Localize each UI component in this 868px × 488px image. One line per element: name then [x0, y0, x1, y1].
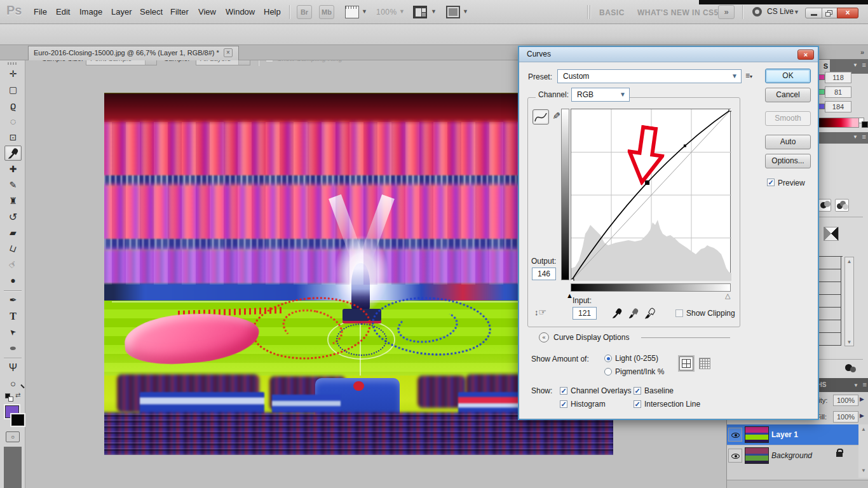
quick-select-tool[interactable]: ◌ — [4, 114, 22, 130]
preset-dropdown[interactable]: Custom▼ — [557, 69, 742, 83]
visibility-toggle[interactable] — [728, 428, 742, 442]
pencil-mode-icon[interactable]: ✎ — [550, 112, 562, 120]
history-brush-tool[interactable]: ↺ — [4, 210, 22, 225]
simple-grid-button[interactable] — [679, 356, 693, 370]
curve-mode-button[interactable] — [532, 109, 549, 125]
panel-menu-icon[interactable]: ≡ — [862, 133, 866, 140]
smooth-button[interactable]: Smooth — [765, 111, 811, 126]
preset-row[interactable] — [818, 269, 841, 282]
scrollbar[interactable]: ▲▼ — [844, 257, 854, 346]
layer-thumbnail[interactable] — [745, 447, 769, 464]
fine-grid-button[interactable] — [699, 358, 710, 369]
menu-image[interactable]: Image — [79, 7, 102, 18]
black-swatch[interactable] — [862, 121, 868, 128]
opacity-arrow-icon[interactable]: ▶ — [860, 396, 864, 402]
cs-live-label[interactable]: CS Live — [767, 7, 794, 18]
paint-bucket-tool[interactable]: ⊔ — [4, 241, 22, 257]
curve-graph[interactable] — [571, 109, 731, 280]
preset-row[interactable] — [818, 282, 841, 295]
layer-thumbnail[interactable] — [745, 426, 769, 443]
workspace-overflow-button[interactable]: » — [718, 5, 735, 19]
pigment-radio[interactable] — [604, 368, 612, 376]
preset-row[interactable] — [818, 257, 841, 269]
on-image-adjust-icon[interactable]: ↕☞ — [534, 307, 546, 317]
type-tool[interactable]: T — [4, 309, 22, 324]
preset-options-icon[interactable]: ≡▾ — [745, 71, 752, 80]
menu-filter[interactable]: Filter — [170, 7, 189, 18]
color-value-r[interactable]: 118 — [825, 72, 851, 83]
restore-button[interactable] — [822, 8, 837, 18]
ok-button[interactable]: OK — [765, 69, 811, 83]
preset-row[interactable] — [818, 295, 841, 308]
color-value-b[interactable]: 184 — [825, 101, 851, 112]
menu-select[interactable]: Select — [140, 7, 163, 18]
adjustment-icon[interactable] — [835, 199, 849, 212]
rotate-3d-tool[interactable]: ● — [4, 273, 22, 288]
collapse-panels-icon[interactable]: » — [860, 48, 864, 56]
baseline-checkbox[interactable]: ✓ — [634, 387, 641, 395]
zoom-tool[interactable]: ○ — [4, 376, 22, 391]
channel-dropdown[interactable]: RGB▼ — [571, 88, 630, 102]
show-clipping-checkbox[interactable] — [675, 309, 683, 317]
zoom-level-value[interactable]: 100% — [376, 8, 397, 17]
visibility-toggle[interactable] — [728, 449, 742, 463]
white-point-eyedropper-icon[interactable] — [645, 308, 655, 319]
marquee-tool[interactable]: ▢ — [4, 83, 22, 98]
histogram-checkbox[interactable]: ✓ — [560, 400, 567, 408]
light-radio[interactable] — [604, 355, 612, 362]
document-tab[interactable]: Euro-2016-Closing-15000.jpg @ 66,7% (Lay… — [28, 46, 239, 60]
opacity-value[interactable]: 100% — [833, 395, 858, 406]
dialog-close-button[interactable]: × — [797, 50, 814, 60]
layer-row-background[interactable]: Background — [727, 445, 859, 465]
panel-menu-icon[interactable]: ≡ — [863, 381, 867, 388]
screen-mode-icon[interactable] — [446, 6, 460, 18]
layer-row-layer1[interactable]: Layer 1 — [727, 424, 859, 445]
fill-value[interactable]: 100% — [833, 411, 858, 423]
smudge-tool[interactable]: ☞ — [4, 257, 22, 273]
auto-button[interactable]: Auto — [765, 135, 811, 149]
chevron-down-icon[interactable]: ▼ — [853, 134, 858, 140]
tab-close-icon[interactable]: × — [224, 48, 233, 57]
brush-tool[interactable]: ✎ — [4, 178, 22, 193]
minimize-button[interactable] — [805, 8, 822, 18]
lasso-tool[interactable]: ϱ — [4, 98, 22, 114]
chevron-down-icon[interactable]: ▼ — [463, 8, 468, 15]
menu-layer[interactable]: Layer — [111, 7, 132, 18]
gray-point-eyedropper-icon[interactable] — [628, 308, 639, 319]
preset-row[interactable] — [818, 308, 841, 320]
color-value-g[interactable]: 81 — [825, 86, 851, 98]
chevron-down-icon[interactable]: ▼ — [431, 8, 437, 15]
preview-checkbox[interactable]: ✓ — [767, 179, 775, 186]
move-tool[interactable]: ✛ — [4, 67, 22, 82]
chevron-down-icon[interactable]: ▼ — [362, 8, 367, 15]
menu-view[interactable]: View — [198, 7, 216, 18]
workspace-whats-new[interactable]: WHAT'S NEW IN CS5 — [637, 8, 719, 17]
input-value-field[interactable]: 121 — [573, 307, 597, 320]
menu-window[interactable]: Window — [226, 7, 255, 18]
black-point-eyedropper-icon[interactable] — [612, 308, 622, 319]
layer-name[interactable]: Background — [771, 451, 812, 460]
white-point-slider[interactable]: △ — [725, 292, 730, 300]
panel-menu-icon[interactable]: ≡ — [862, 61, 866, 69]
layer-name[interactable]: Layer 1 — [771, 430, 798, 439]
path-select-tool[interactable]: ➤ — [4, 325, 22, 340]
close-button[interactable]: × — [837, 8, 858, 18]
panel-footer-icon[interactable] — [850, 367, 856, 372]
arrange-documents-icon[interactable] — [413, 6, 427, 18]
channel-overlays-checkbox[interactable]: ✓ — [560, 387, 567, 395]
gradient-map-icon[interactable] — [824, 227, 839, 241]
menu-file[interactable]: File — [34, 7, 47, 18]
eyedropper-tool[interactable] — [4, 146, 22, 161]
output-value-field[interactable]: 146 — [532, 268, 556, 280]
intersection-line-checkbox[interactable]: ✓ — [634, 400, 641, 408]
swap-colors-icon[interactable]: ⇄ — [15, 391, 20, 398]
shape-tool[interactable]: ● — [4, 341, 22, 356]
chevron-down-icon[interactable]: ▼ — [853, 62, 858, 68]
bridge-button[interactable]: Br — [297, 5, 312, 19]
pen-tool[interactable]: ✒ — [4, 293, 22, 308]
layers-scrollbar[interactable]: ▲▼ — [858, 424, 868, 478]
options-button[interactable]: Options... — [765, 154, 811, 168]
clone-stamp-tool[interactable]: ♜ — [4, 194, 22, 209]
chevron-down-icon[interactable]: ▼ — [853, 383, 858, 388]
dialog-titlebar[interactable]: Curves — [519, 47, 818, 62]
